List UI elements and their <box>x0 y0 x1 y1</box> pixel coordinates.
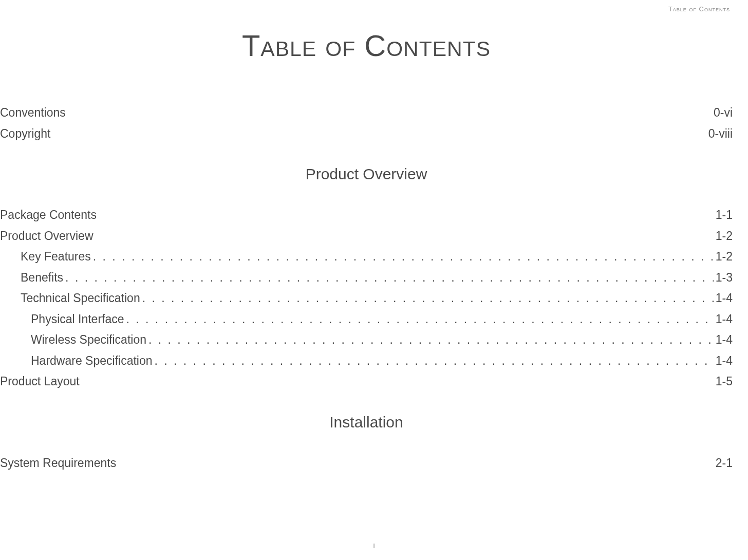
toc-entry-title: Wireless Specification <box>31 331 146 349</box>
toc-entry-page: 1-3 <box>716 269 733 287</box>
toc-entry[interactable]: Conventions . . . . . . . . . . . . . . … <box>0 104 733 122</box>
toc-entry[interactable]: Package Contents . . . . . . . . . . . .… <box>0 206 733 224</box>
toc-entry-page: 1-4 <box>716 331 733 349</box>
running-header: Table of Contents <box>0 5 733 13</box>
toc-entry-title: Copyright <box>0 125 50 143</box>
toc-entry-title: System Requirements <box>0 454 116 472</box>
toc-entry-page: 0-viii <box>708 125 733 143</box>
toc-dot-leader: . . . . . . . . . . . . . . . . . . . . … <box>148 331 714 349</box>
toc-dot-leader: . . . . . . . . . . . . . . . . . . . . … <box>65 269 714 287</box>
toc-entry-page: 1-2 <box>716 227 733 245</box>
page-number: I <box>373 542 375 550</box>
toc-entry[interactable]: Physical Interface . . . . . . . . . . .… <box>0 310 733 328</box>
toc-entry-title: Hardware Specification <box>31 352 153 370</box>
toc-entry-page: 1-5 <box>716 372 733 390</box>
toc-entry-page: 1-4 <box>716 352 733 370</box>
toc-entry-title: Conventions <box>0 104 66 122</box>
toc-entry-page: 1-1 <box>716 206 733 224</box>
toc-dot-leader: . . . . . . . . . . . . . . . . . . . . … <box>142 289 714 307</box>
toc-entry[interactable]: Benefits . . . . . . . . . . . . . . . .… <box>0 269 733 287</box>
toc-dot-leader: . . . . . . . . . . . . . . . . . . . . … <box>155 352 714 370</box>
toc-entry[interactable]: Hardware Specification . . . . . . . . .… <box>0 352 733 370</box>
toc-entry[interactable]: Wireless Specification . . . . . . . . .… <box>0 331 733 349</box>
toc-entry[interactable]: Copyright . . . . . . . . . . . . . . . … <box>0 125 733 143</box>
toc-entry-page: 0-vi <box>714 104 733 122</box>
toc-entry-page: 1-2 <box>716 248 733 266</box>
toc-section-heading: Installation <box>0 414 733 431</box>
toc-entry-title: Key Features <box>21 248 91 266</box>
toc-entry[interactable]: Technical Specification . . . . . . . . … <box>0 289 733 307</box>
toc-entry-title: Product Layout <box>0 372 80 390</box>
toc-entry[interactable]: Key Features . . . . . . . . . . . . . .… <box>0 248 733 266</box>
toc-entry-page: 1-4 <box>716 310 733 328</box>
toc-container: Conventions . . . . . . . . . . . . . . … <box>0 104 733 472</box>
toc-dot-leader: . . . . . . . . . . . . . . . . . . . . … <box>93 248 714 266</box>
toc-entry-title: Package Contents <box>0 206 97 224</box>
toc-entry-title: Product Overview <box>0 227 93 245</box>
toc-dot-leader: . . . . . . . . . . . . . . . . . . . . … <box>126 310 714 328</box>
toc-entry[interactable]: Product Overview . . . . . . . . . . . .… <box>0 227 733 245</box>
toc-entry-page: 1-4 <box>716 289 733 307</box>
page-title: Table of Contents <box>0 28 733 63</box>
toc-entry-title: Technical Specification <box>21 289 140 307</box>
toc-section-heading: Product Overview <box>0 165 733 183</box>
toc-entry-title: Benefits <box>21 269 63 287</box>
toc-entry-title: Physical Interface <box>31 310 124 328</box>
toc-entry[interactable]: System Requirements . . . . . . . . . . … <box>0 454 733 472</box>
toc-entry-page: 2-1 <box>716 454 733 472</box>
toc-entry[interactable]: Product Layout . . . . . . . . . . . . .… <box>0 372 733 390</box>
